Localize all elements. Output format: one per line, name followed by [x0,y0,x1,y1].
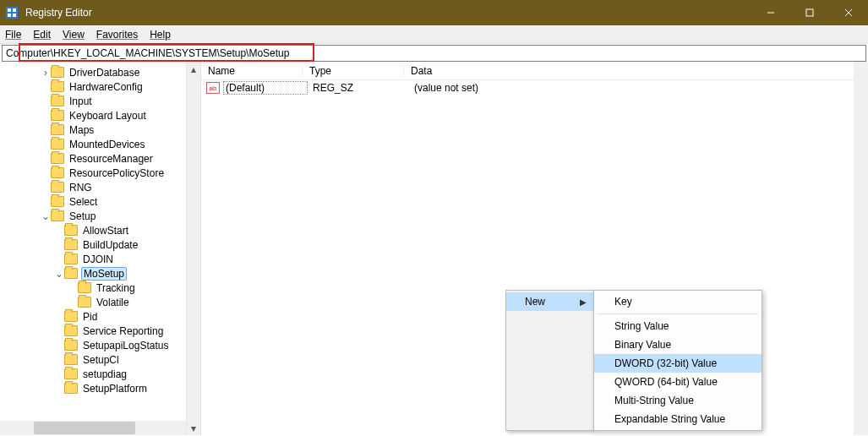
tree-item-label: AllowStart [81,225,130,237]
tree-item[interactable]: ›DriverDatabase [0,65,200,79]
tree-item[interactable]: setupdiag [0,367,200,381]
scroll-down-icon[interactable]: ▾ [187,421,201,435]
tree-item[interactable]: SetupapiLogStatus [0,338,200,352]
column-header-data[interactable]: Data [404,65,868,77]
folder-icon [51,182,64,193]
close-button[interactable] [829,0,868,25]
tree-item-label: Service Reporting [81,325,165,337]
values-header: Name Type Data [201,62,868,80]
tree-item[interactable]: ResourceManager [0,151,200,166]
folder-icon [64,354,78,365]
tree-item[interactable]: BuildUpdate [0,237,200,252]
tree-item[interactable]: ResourcePolicyStore [0,166,200,180]
values-vertical-scrollbar[interactable] [854,62,868,435]
folder-icon [78,297,91,308]
tree-item[interactable]: Select [0,194,200,209]
svg-rect-1 [8,8,11,12]
context-submenu-item[interactable]: Binary Value [594,335,762,354]
context-submenu-item[interactable]: QWORD (64-bit) Value [594,373,762,391]
tree-item[interactable]: ⌄MoSetup [0,266,200,281]
tree-item[interactable]: Service Reporting [0,324,200,338]
tree-item[interactable]: Keyboard Layout [0,108,200,123]
minimize-button[interactable] [751,0,790,25]
column-header-type[interactable]: Type [303,65,404,77]
menu-file[interactable]: File [5,29,21,41]
value-type: REG_SZ [308,82,409,94]
tree-toggle-icon[interactable]: ⌄ [54,269,64,279]
values-panel: Name Type Data ab (Default) REG_SZ (valu… [201,62,868,435]
tree-horizontal-scrollbar[interactable] [0,421,186,435]
folder-icon [64,368,78,379]
tree-item-label: Setup [68,210,97,222]
tree-item[interactable]: RNG [0,180,200,194]
tree-item-label: Volatile [95,297,131,308]
context-submenu-item[interactable]: String Value [594,317,762,335]
context-submenu: KeyString ValueBinary ValueDWORD (32-bit… [593,290,762,431]
folder-icon [51,196,64,207]
tree-item[interactable]: DJOIN [0,252,200,266]
tree-item[interactable]: SetupCl [0,352,200,367]
tree-toggle-icon[interactable]: › [41,68,51,78]
tree-item[interactable]: Tracking [0,281,200,295]
tree-item-label: SetupCl [81,354,121,366]
scroll-up-icon[interactable]: ▴ [187,62,201,76]
tree-item-label: Input [68,95,94,107]
submenu-arrow-icon: ▶ [580,297,587,307]
tree-item[interactable]: Volatile [0,295,200,309]
folder-icon [51,210,64,221]
context-submenu-item[interactable]: Multi-String Value [594,391,762,410]
menu-favorites[interactable]: Favorites [96,29,138,41]
folder-icon [51,124,64,135]
context-submenu-item[interactable]: Expandable String Value [594,410,762,428]
folder-icon [51,67,64,78]
maximize-button[interactable] [790,0,829,25]
tree-item[interactable]: AllowStart [0,223,200,237]
tree-item-label: Tracking [95,282,137,294]
folder-icon [64,383,78,394]
tree-item[interactable]: Pid [0,309,200,324]
folder-icon [64,311,78,322]
tree-item[interactable]: MountedDevices [0,137,200,151]
menu-edit[interactable]: Edit [33,29,51,41]
folder-icon [51,139,64,150]
folder-icon [51,167,64,178]
menu-view[interactable]: View [63,29,85,41]
tree-item-label: HardwareConfig [68,81,145,93]
context-item-new[interactable]: New ▶ [506,292,593,311]
address-path: Computer\HKEY_LOCAL_MACHINE\SYSTEM\Setup… [6,47,289,59]
value-row[interactable]: ab (Default) REG_SZ (value not set) [201,80,868,95]
folder-icon [51,153,64,164]
column-header-name[interactable]: Name [201,65,303,77]
svg-rect-2 [13,8,16,12]
folder-icon [64,340,78,351]
value-data: (value not set) [409,82,478,94]
tree-item-label: Pid [81,311,99,323]
address-bar[interactable]: Computer\HKEY_LOCAL_MACHINE\SYSTEM\Setup… [2,45,866,62]
context-submenu-item[interactable]: DWORD (32-bit) Value [594,354,762,373]
tree-item-label: MoSetup [81,267,127,281]
context-submenu-item[interactable]: Key [594,292,762,311]
tree-item-label: SetupPlatform [81,383,149,395]
tree-item-label: MountedDevices [68,139,146,150]
tree-vertical-scrollbar[interactable]: ▴ ▾ [186,62,200,435]
tree-item[interactable]: HardwareConfig [0,79,200,94]
svg-rect-3 [8,14,11,17]
menu-separator [598,313,758,314]
tree-item-label: Select [68,196,99,208]
tree-item[interactable]: SetupPlatform [0,381,200,395]
titlebar[interactable]: Registry Editor [0,0,868,25]
context-menu-parent: New ▶ [505,290,594,431]
tree-panel: ›DriverDatabaseHardwareConfigInputKeyboa… [0,62,201,435]
tree-item[interactable]: ⌄Setup [0,209,200,223]
tree-item[interactable]: Maps [0,123,200,137]
folder-icon [51,81,64,92]
context-item-label: New [525,296,545,308]
tree-item-label: ResourceManager [68,153,155,165]
tree-item[interactable]: Input [0,94,200,108]
menu-help[interactable]: Help [150,29,171,41]
scroll-thumb[interactable] [34,422,135,434]
folder-icon [64,239,78,250]
tree-toggle-icon[interactable]: ⌄ [41,211,51,221]
tree-item-label: DriverDatabase [68,67,141,79]
folder-icon [64,253,78,264]
